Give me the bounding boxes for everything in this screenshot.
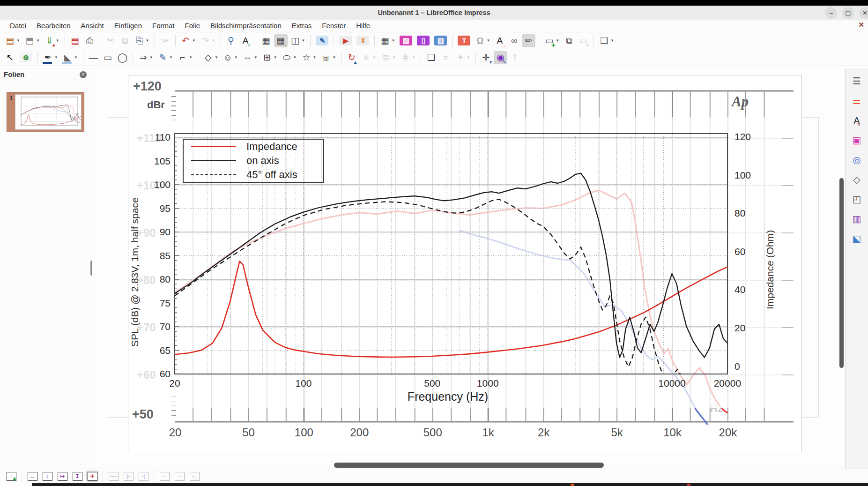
menu-format[interactable]: Format	[147, 20, 180, 32]
redo-dropdown-arrow[interactable]: ▼	[212, 38, 215, 43]
display-views-button[interactable]: ◫▼	[289, 34, 307, 47]
line-color-dropdown-arrow[interactable]: ▼	[54, 55, 58, 60]
insert-comment-button[interactable]: ❑▼	[597, 34, 616, 47]
document-close-icon[interactable]: ✕	[858, 21, 864, 29]
arrange-objects-button[interactable]: ≣▼	[379, 51, 398, 64]
3d-objects-button[interactable]: ⧈▼	[319, 51, 338, 64]
delete-slide-button[interactable]: ▭✕	[577, 34, 590, 47]
symbol-shapes-button[interactable]: ☺▼	[221, 51, 240, 64]
gluepoint-horizontal-left-button[interactable]: |•	[122, 471, 134, 482]
special-character-dropdown-arrow[interactable]: ▼	[486, 38, 490, 43]
gluepoint-vertical-top-button[interactable]: ‾•	[173, 471, 185, 482]
gallery-deck-button[interactable]: ▣	[849, 132, 865, 148]
menu-fenster[interactable]: Fenster	[317, 20, 351, 32]
undo-button[interactable]: ↶▼	[179, 34, 198, 47]
export-pdf-button[interactable]: ▤	[68, 34, 82, 47]
exit-direction-bottom-button[interactable]: ↧	[71, 471, 83, 482]
animation-deck-button[interactable]: ▥	[849, 211, 865, 227]
spelling-button[interactable]: A✓	[239, 34, 252, 47]
symbol-shapes-dropdown-arrow[interactable]: ▼	[234, 55, 238, 60]
shapes-deck-button[interactable]: ◇	[849, 172, 865, 187]
fill-color-button[interactable]: ◣▼	[61, 51, 80, 64]
new-slide-dropdown-arrow[interactable]: ▼	[556, 38, 559, 43]
menu-ansicht[interactable]: Ansicht	[76, 20, 109, 32]
insert-gluepoint-button[interactable]: ◦✚	[5, 471, 17, 482]
callout-shapes-button[interactable]: ⬭▼	[280, 51, 299, 64]
basic-shapes-dropdown-arrow[interactable]: ▼	[215, 55, 218, 60]
menu-bearbeiten[interactable]: Bearbeiten	[31, 20, 76, 32]
gluepoint-vertical-center-button[interactable]: •	[158, 471, 171, 482]
new-document-dropdown-arrow[interactable]: ▼	[16, 38, 20, 43]
insert-textbox-button[interactable]: T	[456, 34, 472, 47]
window-maximize-button[interactable]: ▢	[842, 7, 854, 19]
rotate-button[interactable]: ↻▲	[345, 51, 358, 64]
exit-direction-left-button[interactable]: ↔	[26, 471, 38, 482]
redo-button[interactable]: ↷▼	[199, 34, 217, 47]
insert-chart-button[interactable]: ▥	[432, 34, 449, 47]
styles-deck-button[interactable]: A✎	[849, 112, 865, 128]
star-shapes-button[interactable]: ☆▼	[299, 51, 318, 64]
copy-button[interactable]: ⧉	[118, 34, 132, 47]
callout-shapes-dropdown-arrow[interactable]: ▼	[293, 55, 297, 60]
save-dropdown-arrow[interactable]: ▼	[56, 38, 59, 43]
horizontal-scrollbar[interactable]	[334, 463, 604, 468]
shadow-button[interactable]: ❏	[424, 51, 438, 64]
open-file-dropdown-arrow[interactable]: ▼	[36, 38, 40, 43]
ellipse-button[interactable]: ◯	[116, 51, 129, 64]
sidebar-settings-button[interactable]: ☰	[849, 73, 865, 89]
start-from-current-slide-button[interactable]: ‖	[355, 34, 371, 47]
gluepoint-vertical-bottom-button[interactable]: •_	[188, 471, 200, 482]
cut-button[interactable]: ✂	[104, 34, 117, 47]
slides-panel-close-icon[interactable]: ✕	[80, 71, 87, 78]
edit-points-button[interactable]: ✛▾	[479, 51, 493, 64]
fill-color-dropdown-arrow[interactable]: ▼	[74, 55, 78, 60]
flowchart-shapes-dropdown-arrow[interactable]: ▼	[274, 55, 277, 60]
navigator-deck-button[interactable]: ◎	[849, 152, 865, 168]
display-views-dropdown-arrow[interactable]: ▼	[302, 38, 305, 43]
insert-line-button[interactable]: —	[87, 51, 100, 64]
insert-table-dropdown-arrow[interactable]: ▼	[391, 38, 395, 43]
slide-thumbnail-image[interactable]	[15, 94, 82, 130]
arrange-objects-dropdown-arrow[interactable]: ▼	[392, 55, 396, 60]
insert-image-button[interactable]: ▨	[398, 34, 414, 47]
hyperlink-button[interactable]: ∞	[507, 34, 521, 47]
open-file-button[interactable]: ⬒▼	[23, 34, 42, 47]
image-filter-dropdown-arrow[interactable]: ▼	[467, 55, 470, 60]
insert-table-button[interactable]: ▦▼	[378, 34, 397, 47]
insert-media-button[interactable]: ▯	[415, 34, 431, 47]
gluepoint-horizontal-center-button[interactable]: •—	[107, 471, 119, 482]
star-shapes-dropdown-arrow[interactable]: ▼	[312, 55, 316, 60]
new-document-button[interactable]: ▤▼	[3, 34, 22, 47]
select-button[interactable]: ↖	[3, 51, 17, 64]
lines-and-arrows-button[interactable]: ⇒▼	[136, 51, 155, 64]
print-button[interactable]: ⎙	[83, 34, 96, 47]
snap-to-grid-button[interactable]: ▦▪	[274, 34, 288, 47]
duplicate-slide-button[interactable]: ⧉	[562, 34, 576, 47]
gluepoints-button[interactable]: ◉✎	[494, 51, 507, 64]
menu-folie[interactable]: Folie	[180, 20, 206, 32]
vertical-scrollbar[interactable]	[839, 178, 844, 368]
curves-polygons-dropdown-arrow[interactable]: ▼	[169, 55, 173, 60]
show-draw-functions-button[interactable]: ✏	[522, 34, 535, 47]
image-filter-button[interactable]: ✦▼	[453, 51, 472, 64]
special-character-button[interactable]: Ω▼	[473, 34, 492, 47]
insert-comment-dropdown-arrow[interactable]: ▼	[610, 38, 614, 43]
undo-dropdown-arrow[interactable]: ▼	[192, 38, 196, 43]
distribute-selection-dropdown-arrow[interactable]: ▼	[412, 55, 415, 60]
menu-hilfe[interactable]: Hilfe	[351, 20, 375, 32]
3d-objects-dropdown-arrow[interactable]: ▼	[332, 55, 336, 60]
gluepoint-relative-button[interactable]: ✛	[86, 471, 98, 482]
paste-dropdown-arrow[interactable]: ▼	[146, 38, 149, 43]
menu-extras[interactable]: Extras	[287, 20, 317, 32]
connectors-button[interactable]: ⌐▼	[176, 51, 194, 64]
slide-transition-deck-button[interactable]: ⬕	[849, 231, 865, 247]
block-arrows-button[interactable]: ⇔▼	[241, 51, 260, 64]
align-objects-button[interactable]: ≡▼	[359, 51, 378, 64]
menu-datei[interactable]: Datei	[5, 20, 31, 32]
window-close-button[interactable]: ✕	[859, 7, 868, 19]
basic-shapes-button[interactable]: ◇▼	[201, 51, 220, 64]
lines-and-arrows-dropdown-arrow[interactable]: ▼	[149, 55, 153, 60]
to-foreground-button[interactable]: ⇧	[508, 51, 522, 64]
clone-formatting-button[interactable]: ✑	[158, 34, 172, 47]
crop-image-button[interactable]: ⌗	[439, 51, 453, 64]
